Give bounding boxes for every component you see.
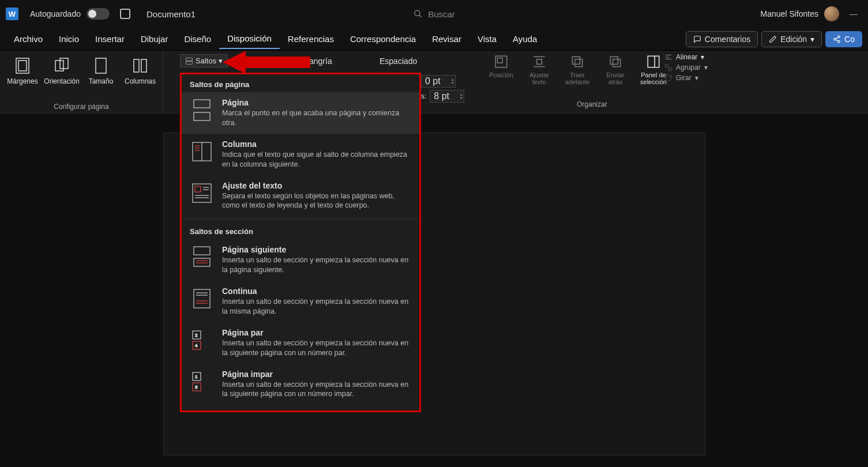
tab-dibujar[interactable]: Dibujar [133, 29, 176, 48]
even-page-icon: 24 [190, 328, 214, 352]
bring-forward-button[interactable]: Traer adelante [561, 53, 594, 85]
ribbon-tabs: Archivo Inicio Insertar Dibujar Diseño D… [0, 28, 868, 51]
autosave-toggle[interactable]: Autoguardado [30, 8, 130, 20]
svg-text:1: 1 [195, 374, 198, 379]
svg-point-3 [834, 38, 836, 40]
chevron-down-icon: ▾ [810, 35, 814, 44]
chevron-down-icon: ▾ [704, 63, 708, 71]
position-icon [494, 54, 509, 69]
item-title: Página [222, 98, 411, 107]
comments-button[interactable]: Comentarios [686, 31, 758, 47]
group-button[interactable]: Agrupar▾ [664, 63, 708, 71]
columns-icon [131, 57, 149, 74]
break-text-wrap[interactable]: Ajuste del textoSepara el texto según lo… [182, 175, 419, 217]
save-icon[interactable] [120, 9, 130, 19]
spinner-arrows-icon[interactable]: ▴▾ [460, 93, 463, 100]
break-next-page[interactable]: Página siguienteInserta un salto de secc… [182, 239, 419, 281]
tab-correspondencia[interactable]: Correspondencia [342, 29, 424, 48]
comment-icon [693, 35, 701, 43]
svg-rect-40 [193, 184, 211, 202]
align-button[interactable]: Alinear▾ [664, 53, 708, 61]
svg-rect-33 [194, 100, 210, 108]
share-button[interactable]: Co [825, 31, 862, 47]
svg-point-0 [414, 10, 419, 16]
chevron-down-icon: ▾ [695, 74, 698, 82]
comments-label: Comentarios [705, 35, 750, 44]
pencil-icon [769, 35, 777, 43]
arrange-group-label: Organizar [577, 100, 607, 108]
break-page[interactable]: PáginaMarca el punto en el que acaba una… [182, 92, 419, 134]
tab-referencias[interactable]: Referencias [280, 29, 342, 48]
wrap-icon [532, 54, 547, 69]
group-arrange: Posición Ajustar texto Traer adelante En… [484, 53, 670, 85]
ribbon: Márgenes Orientación Tamaño Columnas Con… [0, 51, 868, 114]
spacing-label: Espaciado [379, 57, 417, 66]
size-icon [92, 57, 110, 74]
spacing-after-spinner[interactable]: 8 pt ▴▾ [430, 90, 464, 103]
item-desc: Inserta un salto de sección y empieza la… [222, 338, 411, 358]
svg-line-6 [836, 39, 838, 40]
dropdown-section-page-breaks: Saltos de página [182, 74, 419, 92]
document-title[interactable]: Documento1 [146, 9, 196, 19]
spacing-after-value: 8 pt [434, 91, 449, 101]
rotate-button[interactable]: Girar▾ [664, 74, 708, 82]
tab-ayuda[interactable]: Ayuda [505, 29, 545, 48]
item-desc: Separa el texto según los objetos en las… [222, 191, 411, 211]
svg-point-4 [838, 40, 840, 43]
avatar[interactable] [824, 6, 839, 21]
margins-button[interactable]: Márgenes [5, 54, 40, 88]
breaks-button[interactable]: Saltos ▾ [180, 54, 228, 67]
column-break-icon [190, 140, 214, 164]
bring-forward-icon [570, 54, 585, 69]
wrap-text-button[interactable]: Ajustar texto [523, 53, 556, 85]
send-backward-icon [608, 54, 623, 69]
minimize-button[interactable]: — [845, 9, 862, 18]
toggle-switch[interactable] [87, 8, 110, 20]
svg-point-2 [838, 36, 840, 37]
share-icon [833, 35, 841, 43]
position-button[interactable]: Posición [484, 53, 518, 78]
rotate-icon [664, 74, 672, 82]
spacing-before-value: 0 pt [425, 76, 441, 86]
break-column[interactable]: ColumnaIndica que el texto que sigue al … [182, 134, 419, 175]
tab-insertar[interactable]: Insertar [87, 29, 133, 48]
item-title: Columna [222, 140, 411, 149]
break-continuous[interactable]: ContinuaInserta un salto de sección y em… [182, 281, 419, 322]
break-odd-page[interactable]: 13 Página imparInserta un salto de secci… [182, 364, 419, 405]
page-break-icon [190, 98, 214, 122]
item-title: Página siguiente [222, 245, 411, 254]
breaks-icon [185, 57, 193, 65]
svg-rect-14 [186, 58, 193, 61]
edit-mode-button[interactable]: Edición ▾ [761, 31, 822, 47]
svg-line-1 [419, 15, 421, 17]
spacing-before-spinner[interactable]: 0 pt ▴▾ [421, 75, 456, 88]
svg-text:4: 4 [195, 343, 198, 348]
spinner-arrows-icon[interactable]: ▴▾ [452, 78, 454, 85]
spacing-controls: 0 pt ▴▾ s: 8 pt ▴▾ [421, 75, 464, 103]
svg-rect-22 [575, 59, 583, 67]
tab-revisar[interactable]: Revisar [424, 29, 469, 48]
item-title: Página par [222, 328, 411, 337]
text-wrap-break-icon [190, 181, 214, 205]
svg-rect-34 [194, 112, 210, 120]
align-icon [664, 53, 672, 61]
send-backward-button[interactable]: Enviar atrás [599, 53, 632, 85]
document-area[interactable] [0, 114, 868, 467]
tab-archivo[interactable]: Archivo [6, 29, 51, 48]
svg-rect-31 [669, 68, 672, 71]
margins-icon [14, 57, 31, 74]
tab-disposicion[interactable]: Disposición [219, 29, 280, 49]
size-button[interactable]: Tamaño [83, 54, 119, 88]
item-desc: Inserta un salto de sección y empieza la… [222, 255, 411, 275]
user-name[interactable]: Manuel Sifontes [761, 9, 818, 18]
orientation-button[interactable]: Orientación [44, 54, 80, 88]
odd-page-icon: 13 [190, 370, 214, 394]
tab-inicio[interactable]: Inicio [51, 29, 87, 48]
tab-diseno[interactable]: Diseño [176, 29, 219, 48]
dropdown-section-section-breaks: Saltos de sección [182, 221, 419, 239]
search-box[interactable]: Buscar [413, 9, 455, 19]
svg-line-5 [836, 37, 838, 38]
columns-button[interactable]: Columnas [122, 54, 158, 88]
tab-vista[interactable]: Vista [469, 29, 505, 48]
break-even-page[interactable]: 24 Página parInserta un salto de sección… [182, 322, 419, 364]
